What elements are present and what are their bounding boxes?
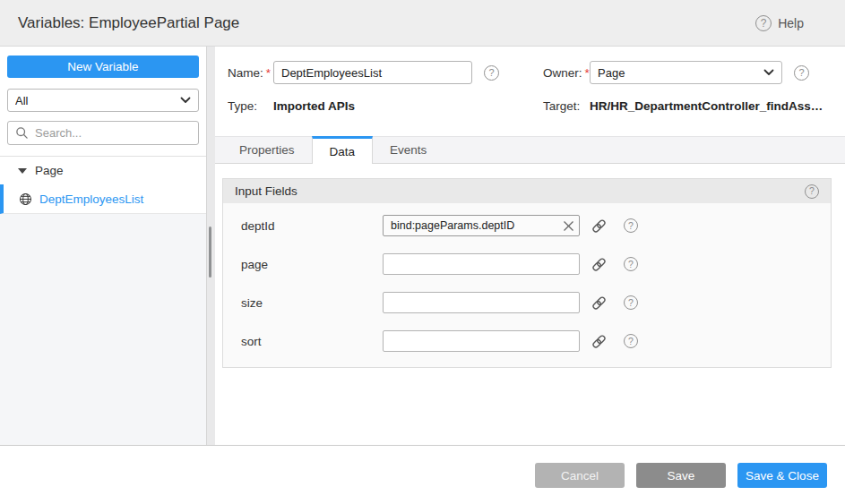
tree-item-label: DeptEmployeesList — [39, 192, 143, 206]
param-help-icon[interactable]: ? — [624, 295, 638, 310]
param-help-icon[interactable]: ? — [624, 334, 638, 348]
search-box — [7, 121, 199, 145]
panel-divider — [206, 47, 215, 445]
form-row-2: Type: Imported APIs Target: HR/HR_Depart… — [228, 99, 831, 113]
link-icon — [591, 334, 607, 349]
owner-label: Owner:* — [543, 66, 590, 80]
dialog-body: New Variable All — [0, 47, 845, 445]
owner-help-icon[interactable]: ? — [794, 65, 809, 81]
link-icon — [591, 218, 607, 234]
sidebar: New Variable All — [0, 47, 206, 445]
help-link[interactable]: ? Help — [755, 15, 804, 31]
bind-property-button[interactable] — [591, 295, 607, 311]
help-label: Help — [778, 16, 804, 30]
param-input-wrap — [383, 215, 580, 236]
scrollbar-thumb[interactable] — [209, 226, 211, 278]
search-icon — [15, 126, 29, 140]
name-label: Name:* — [228, 66, 273, 80]
dialog-header: Variables: EmployeePartial Page ? Help — [0, 0, 845, 47]
type-value: Imported APIs — [273, 99, 355, 113]
param-label: deptId — [241, 219, 383, 233]
required-asterisk: * — [266, 66, 271, 80]
variable-form: Name:* ? Owner:* Page — [215, 47, 845, 113]
sidebar-item-deptemployeeslist[interactable]: DeptEmployeesList — [0, 184, 206, 214]
type-field: Type: Imported APIs — [228, 99, 543, 113]
link-icon — [591, 295, 607, 311]
data-tab-content: Input Fields ? deptId — [215, 164, 845, 445]
input-fields-help-icon[interactable]: ? — [805, 184, 819, 199]
clear-value-button[interactable] — [561, 218, 575, 233]
owner-field: Owner:* Page ? — [543, 61, 831, 84]
param-input-page[interactable] — [383, 253, 580, 275]
name-help-icon[interactable]: ? — [484, 65, 499, 81]
name-field: Name:* ? — [228, 61, 543, 84]
bind-property-button[interactable] — [591, 257, 607, 272]
param-row-deptid: deptId ? — [241, 215, 831, 236]
param-input-sort[interactable] — [383, 330, 580, 352]
page-title: Variables: EmployeePartial Page — [18, 14, 755, 32]
type-label: Type: — [228, 99, 273, 113]
tab-bar: Properties Data Events — [215, 136, 845, 164]
sidebar-controls: New Variable All — [0, 47, 206, 145]
new-variable-button[interactable]: New Variable — [7, 56, 199, 78]
param-input-wrap — [383, 330, 580, 352]
param-label: sort — [241, 335, 383, 348]
tree-empty-area — [0, 214, 206, 445]
bind-property-button[interactable] — [591, 218, 607, 234]
tree-group-page[interactable]: Page — [0, 157, 206, 184]
dialog-footer: Cancel Save Save & Close — [0, 445, 845, 504]
variable-tree: Page DeptEmployeesList — [0, 156, 206, 445]
section-title: Input Fields — [235, 184, 805, 198]
target-field: Target: HR/HR_DepartmentController_findA… — [543, 99, 831, 113]
x-icon — [563, 220, 574, 232]
input-fields-body: deptId ? — [223, 203, 831, 367]
input-fields-section: Input Fields ? deptId — [222, 178, 832, 368]
help-icon: ? — [755, 15, 772, 31]
param-input-wrap — [383, 253, 580, 275]
filter-select[interactable]: All — [7, 89, 199, 112]
cancel-button[interactable]: Cancel — [535, 463, 625, 488]
input-fields-header: Input Fields ? — [223, 179, 831, 203]
param-row-size: size ? — [241, 292, 831, 313]
search-input[interactable] — [35, 126, 191, 140]
tab-data[interactable]: Data — [312, 136, 374, 164]
variables-dialog: Variables: EmployeePartial Page ? Help N… — [0, 0, 845, 504]
param-help-icon[interactable]: ? — [624, 257, 638, 271]
name-input[interactable] — [273, 61, 472, 84]
tab-events[interactable]: Events — [373, 137, 444, 163]
param-label: size — [241, 296, 383, 310]
param-help-icon[interactable]: ? — [624, 218, 638, 233]
owner-select-wrap[interactable]: Page — [590, 61, 782, 84]
link-icon — [591, 257, 607, 272]
save-and-close-button[interactable]: Save & Close — [737, 463, 827, 488]
expander-triangle-icon — [18, 168, 27, 174]
globe-icon — [19, 192, 32, 206]
target-value: HR/HR_DepartmentController_findAss… — [590, 99, 823, 113]
variable-filter-select[interactable]: All — [7, 89, 199, 112]
save-button[interactable]: Save — [636, 463, 726, 488]
main-panel: Name:* ? Owner:* Page — [215, 47, 845, 445]
form-row-1: Name:* ? Owner:* Page — [228, 61, 831, 84]
param-input-deptid[interactable] — [383, 215, 580, 236]
param-input-wrap — [383, 292, 580, 313]
required-asterisk: * — [585, 66, 590, 80]
param-input-size[interactable] — [383, 292, 580, 313]
bind-property-button[interactable] — [591, 334, 607, 349]
tab-properties[interactable]: Properties — [222, 137, 312, 163]
tree-group-label: Page — [35, 164, 64, 177]
owner-select[interactable]: Page — [590, 61, 782, 84]
target-label: Target: — [543, 99, 590, 113]
param-row-page: page ? — [241, 253, 831, 275]
param-row-sort: sort ? — [241, 330, 831, 352]
param-label: page — [241, 258, 383, 271]
